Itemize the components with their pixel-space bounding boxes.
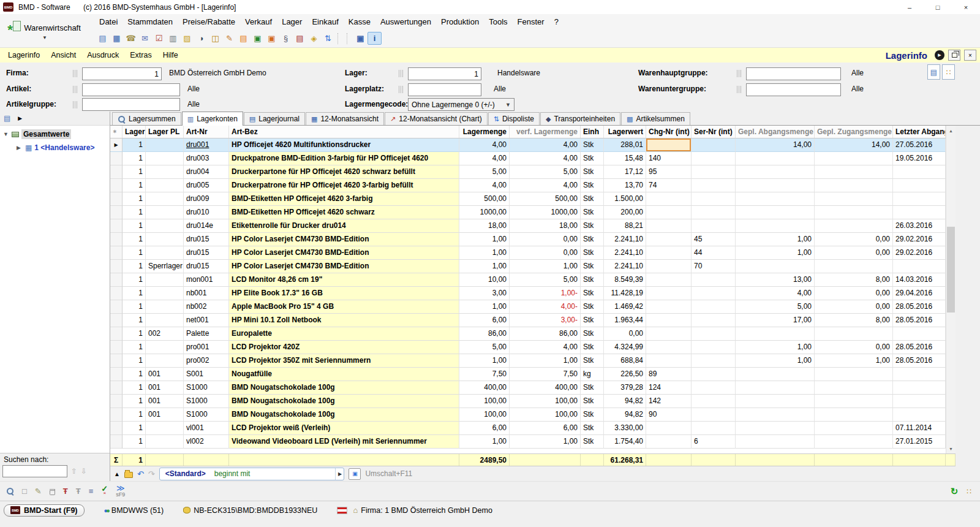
cell-lagermenge[interactable]: 1,00	[459, 233, 510, 246]
menu-item-verkauf[interactable]: Verkauf	[240, 15, 277, 28]
cell-lager-pl[interactable]	[146, 287, 184, 300]
cell-gepl-zugangsmenge[interactable]	[815, 408, 893, 422]
filter-expand-icon[interactable]: ▶	[335, 468, 344, 480]
cell-letzter-abgang[interactable]	[893, 327, 946, 341]
toolbar-tag-structure-icon[interactable]: ◈	[307, 32, 321, 45]
cell-lagerwert[interactable]: 88,21	[604, 219, 646, 233]
toolbar-structure-green-icon[interactable]: ▣	[251, 32, 265, 45]
row-indicator[interactable]	[110, 395, 123, 408]
cell-lager-pl[interactable]: 001	[146, 368, 184, 381]
collapse-panel-icon[interactable]: ▶	[18, 115, 22, 121]
cell-art-bez[interactable]: Europalette	[229, 327, 459, 341]
cell-lager[interactable]: 1	[123, 179, 146, 192]
cell-lager-pl[interactable]: 001	[146, 381, 184, 395]
cell-letzter-abgang[interactable]: 19.05.2016	[893, 152, 946, 165]
cell-lagerwert[interactable]: 8.549,39	[604, 273, 646, 287]
cell-art-bez[interactable]: BMD-Etiketten HP Officejet 4620 schwarz	[229, 206, 459, 219]
cell-lager[interactable]: 1	[123, 273, 146, 287]
column-header-indicator[interactable]: ∗	[110, 126, 123, 138]
cell-gepl-abgangsmenge[interactable]	[736, 395, 815, 408]
cell-gepl-zugangsmenge[interactable]: 0,00	[815, 341, 893, 354]
cell-lager-pl[interactable]	[146, 422, 184, 435]
matrix-icon[interactable]: ∷	[967, 487, 971, 496]
cell-gepl-zugangsmenge[interactable]: 0,00	[815, 287, 893, 300]
cell-art-nr[interactable]: dru001	[184, 138, 229, 152]
cell-chg-nr-int[interactable]	[646, 287, 692, 300]
scroll-up-icon[interactable]: ▲	[946, 126, 956, 135]
cell-letzter-abgang[interactable]: 07.11.2014	[893, 422, 946, 435]
cell-art-nr[interactable]: dru003	[184, 152, 229, 165]
cell-lagerwert[interactable]: 13,70	[604, 179, 646, 192]
toolbar-edit-pad-icon[interactable]: ✎	[222, 32, 236, 45]
cell-gepl-zugangsmenge[interactable]: 0,00	[815, 246, 893, 260]
menu-item-tools[interactable]: Tools	[484, 15, 512, 28]
cell-gepl-zugangsmenge[interactable]: 1,00	[815, 354, 893, 368]
cell-lagermenge[interactable]: 4,00	[459, 152, 510, 165]
cell-letzter-abgang[interactable]: 26.03.2016	[893, 219, 946, 233]
cell-gepl-abgangsmenge[interactable]	[736, 368, 815, 381]
cell-gepl-zugangsmenge[interactable]: 0,00	[815, 233, 893, 246]
cell-chg-nr-int[interactable]	[646, 435, 692, 449]
cell-chg-nr-int[interactable]	[646, 273, 692, 287]
cell-lager-pl[interactable]: 001	[146, 408, 184, 422]
cell-chg-nr-int[interactable]	[646, 327, 692, 341]
row-indicator[interactable]	[110, 300, 123, 314]
cell-verf-lagermenge[interactable]: 500,00	[510, 192, 581, 206]
tab-transporteinheiten[interactable]: ◆Transporteinheiten	[540, 112, 620, 125]
cell-lager[interactable]: 1	[123, 165, 146, 179]
cell-lager[interactable]: 1	[123, 233, 146, 246]
cell-art-nr[interactable]: mon001	[184, 273, 229, 287]
cell-art-nr[interactable]: S1000	[184, 408, 229, 422]
local-menu-item-hilfe[interactable]: Hilfe	[157, 50, 184, 61]
cell-art-nr[interactable]: vl002	[184, 435, 229, 449]
cell-art-nr[interactable]: dru015	[184, 260, 229, 273]
tree-node-handelsware[interactable]: ▶ ▦ 1 <Handelsware>	[0, 141, 110, 154]
toolbar-calculator-icon[interactable]: ▥	[166, 32, 180, 45]
cell-chg-nr-int[interactable]	[646, 260, 692, 273]
user-status-item[interactable]: ●● BMDWWS (51)	[104, 506, 164, 515]
cell-lager[interactable]: 1	[123, 381, 146, 395]
cell-gepl-zugangsmenge[interactable]	[815, 381, 893, 395]
row-indicator[interactable]	[110, 435, 123, 449]
cell-lager-pl[interactable]	[146, 354, 184, 368]
cell-lagermenge[interactable]: 1000,00	[459, 206, 510, 219]
toolbar-mail-icon[interactable]: ✉	[138, 32, 152, 45]
cell-lager-pl[interactable]: 002	[146, 327, 184, 341]
tree-node-label[interactable]: Gesamtwerte	[21, 129, 71, 139]
toolbar-tasks-icon[interactable]: ☑	[152, 32, 166, 45]
cell-gepl-zugangsmenge[interactable]	[815, 435, 893, 449]
cell-lagerwert[interactable]: 1.963,44	[604, 314, 646, 327]
cell-lagerwert[interactable]: 3.330,00	[604, 422, 646, 435]
edit-pencil-icon[interactable]: ✎	[35, 488, 42, 495]
cell-art-bez[interactable]: LCD Projektor 350Z mit Seriennummern	[229, 354, 459, 368]
cell-lagermenge[interactable]: 18,00	[459, 219, 510, 233]
cell-gepl-abgangsmenge[interactable]: 1,00	[736, 246, 815, 260]
cell-ser-nr-int[interactable]: 6	[692, 435, 736, 449]
cell-lagermenge[interactable]: 7,50	[459, 368, 510, 381]
cell-verf-lagermenge[interactable]: 4,00	[510, 179, 581, 192]
refresh-icon[interactable]: ↻	[951, 486, 959, 497]
warenuntergruppe-input[interactable]	[746, 83, 841, 96]
cell-letzter-abgang[interactable]	[893, 206, 946, 219]
cell-gepl-abgangsmenge[interactable]	[736, 165, 815, 179]
folder-icon[interactable]	[124, 472, 133, 478]
cell-ser-nr-int[interactable]	[692, 273, 736, 287]
cell-art-nr[interactable]: dru010	[184, 206, 229, 219]
cell-lagermenge[interactable]: 1,00	[459, 246, 510, 260]
cell-ser-nr-int[interactable]	[692, 165, 736, 179]
chevron-down-icon[interactable]: ▼	[42, 35, 47, 40]
cell-verf-lagermenge[interactable]: 4,00	[510, 138, 581, 152]
cell-letzter-abgang[interactable]	[893, 408, 946, 422]
table-row[interactable]: ▶1dru001HP Officejet 4620 Multifunktions…	[110, 138, 956, 152]
toolbar-notes-icon[interactable]: ▨	[180, 32, 194, 45]
column-header-art-nr[interactable]: Art-Nr	[184, 126, 229, 138]
cell-gepl-zugangsmenge[interactable]	[815, 206, 893, 219]
search-down-icon[interactable]: ⇩	[81, 467, 87, 476]
toolbar-lagerinfo-window-icon[interactable]: i	[368, 32, 382, 45]
cell-lager[interactable]: 1	[123, 354, 146, 368]
cell-verf-lagermenge[interactable]: 86,00	[510, 327, 581, 341]
cell-lagermenge[interactable]: 1,00	[459, 260, 510, 273]
cell-lager[interactable]: 1	[123, 422, 146, 435]
cell-gepl-abgangsmenge[interactable]: 1,00	[736, 354, 815, 368]
cell-verf-lagermenge[interactable]: 100,00	[510, 395, 581, 408]
